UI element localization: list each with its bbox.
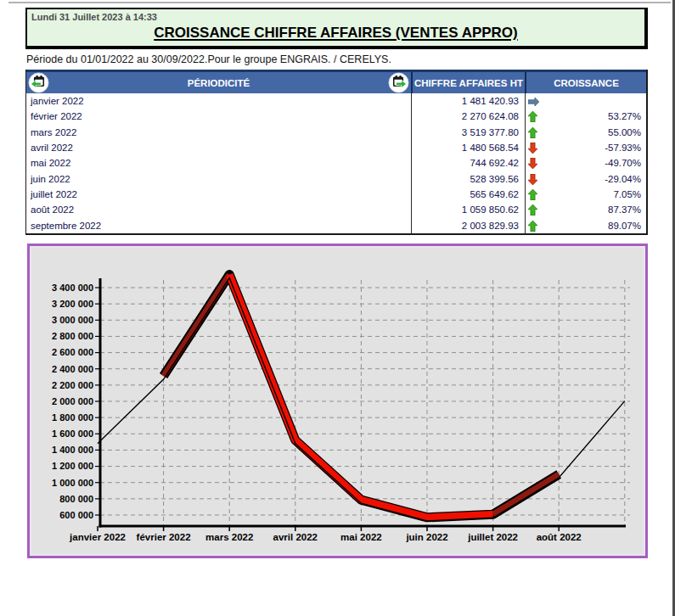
svg-text:juillet 2022: juillet 2022	[467, 532, 518, 542]
table-row[interactable]: septembre 20222 003 829.9389.07%	[26, 218, 646, 233]
growth-value: -29.04%	[537, 174, 646, 184]
period-cell: janvier 2022	[26, 96, 411, 106]
ca-ht-cell: 1 480 568.54	[411, 140, 525, 155]
period-cell: septembre 2022	[26, 221, 411, 231]
svg-text:800 000: 800 000	[59, 494, 93, 504]
trend-up-icon	[528, 189, 537, 200]
svg-text:1 400 000: 1 400 000	[52, 445, 93, 455]
trend-up-icon	[528, 127, 537, 138]
svg-text:mai 2022: mai 2022	[340, 532, 382, 542]
growth-value: 7.05%	[537, 189, 646, 199]
svg-text:1 000 000: 1 000 000	[52, 478, 93, 488]
svg-text:2 800 000: 2 800 000	[52, 331, 93, 341]
table-header-row: PÉRIODICITÉ CHIFFRE AFFAIRES HT CROISSAN…	[26, 70, 646, 93]
table-row[interactable]: juin 2022528 399.56-29.04%	[26, 171, 646, 187]
growth-chart: 600 000800 0001 000 0001 200 0001 400 00…	[31, 248, 644, 554]
svg-text:1 200 000: 1 200 000	[52, 461, 93, 471]
svg-text:août 2022: août 2022	[537, 532, 582, 542]
trend-flat-icon	[528, 98, 539, 106]
growth-value: -57.93%	[537, 143, 646, 153]
table-row[interactable]: mai 2022744 692.42-49.70%	[26, 155, 646, 171]
growth-cell: -57.93%	[525, 140, 646, 155]
growth-cell: 53.27%	[525, 109, 646, 124]
growth-table: PÉRIODICITÉ CHIFFRE AFFAIRES HT CROISSAN…	[25, 70, 648, 235]
period-cell: mars 2022	[26, 127, 411, 137]
svg-text:avril 2022: avril 2022	[273, 532, 318, 542]
trend-up-icon	[528, 111, 537, 122]
period-cell: mai 2022	[26, 158, 411, 168]
svg-text:février 2022: février 2022	[137, 532, 191, 542]
ca-ht-cell: 3 519 377.80	[411, 125, 525, 140]
report-timestamp: Lundi 31 Juillet 2023 à 14:33	[31, 12, 157, 22]
table-row[interactable]: août 20221 059 850.6287.37%	[26, 202, 646, 217]
growth-value: 55.00%	[537, 127, 646, 137]
period-cell: février 2022	[26, 111, 411, 121]
growth-chart-panel: 600 000800 0001 000 0001 200 0001 400 00…	[27, 244, 648, 558]
svg-text:3 000 000: 3 000 000	[52, 315, 93, 325]
svg-text:2 600 000: 2 600 000	[52, 347, 93, 357]
trend-down-icon	[528, 158, 537, 169]
growth-value: 87.37%	[537, 204, 646, 215]
table-row[interactable]: mars 20223 519 377.8055.00%	[26, 125, 646, 140]
svg-text:600 000: 600 000	[59, 510, 93, 520]
svg-text:janvier 2022: janvier 2022	[69, 532, 126, 542]
growth-cell: 55.00%	[525, 125, 646, 140]
svg-text:2 000 000: 2 000 000	[52, 396, 93, 406]
column-header-periodicite: PÉRIODICITÉ	[26, 72, 411, 93]
table-row[interactable]: février 20222 270 624.0853.27%	[26, 109, 646, 124]
svg-text:juin 2022: juin 2022	[405, 532, 447, 542]
ca-ht-cell: 744 692.42	[411, 155, 525, 171]
svg-text:3 200 000: 3 200 000	[52, 299, 93, 309]
previous-period-button[interactable]	[28, 72, 49, 93]
growth-value: 53.27%	[537, 111, 646, 121]
table-row[interactable]: avril 20221 480 568.54-57.93%	[26, 140, 646, 155]
ca-ht-cell: 528 399.56	[411, 171, 525, 187]
table-row[interactable]: juillet 2022565 649.627.05%	[26, 187, 646, 202]
calendar-next-icon	[388, 72, 409, 93]
trend-down-icon	[528, 143, 537, 154]
ca-ht-cell: 1 059 850.62	[411, 202, 525, 217]
trend-up-icon	[528, 221, 537, 232]
period-cell: août 2022	[26, 204, 411, 215]
growth-cell: 87.37%	[525, 202, 646, 217]
ca-ht-cell: 2 003 829.93	[411, 218, 525, 233]
trend-up-icon	[528, 204, 537, 216]
column-label-periodicite: PÉRIODICITÉ	[49, 78, 388, 88]
page-title: CROISSANCE CHIFFRE AFFAIRES (VENTES APPR…	[27, 25, 644, 42]
growth-cell: -29.04%	[525, 171, 646, 187]
growth-cell: 89.07%	[525, 218, 646, 233]
table-body: janvier 20221 481 420.93février 20222 27…	[26, 93, 646, 233]
window-top-border	[8, 2, 671, 3]
column-header-chiffre-affaires: CHIFFRE AFFAIRES HT	[411, 72, 525, 93]
growth-value: -49.70%	[537, 158, 646, 168]
ca-ht-cell: 565 649.62	[411, 187, 525, 202]
report-header: Lundi 31 Juillet 2023 à 14:33 CROISSANCE…	[25, 8, 648, 49]
period-cell: juin 2022	[26, 174, 411, 184]
calendar-prev-icon	[28, 72, 49, 93]
growth-cell: 7.05%	[525, 187, 646, 202]
column-header-croissance: CROISSANCE	[525, 72, 646, 93]
period-cell: avril 2022	[26, 143, 411, 153]
chart-plot-area: 600 000800 0001 000 0001 200 0001 400 00…	[31, 248, 644, 554]
ca-ht-cell: 1 481 420.93	[411, 93, 525, 109]
svg-text:2 400 000: 2 400 000	[52, 364, 93, 374]
growth-cell	[525, 93, 646, 109]
next-period-button[interactable]	[388, 72, 409, 93]
growth-cell: -49.70%	[525, 155, 646, 171]
growth-value: 89.07%	[537, 221, 646, 231]
period-summary: Période du 01/01/2022 au 30/09/2022.Pour…	[26, 53, 391, 65]
svg-text:1 800 000: 1 800 000	[52, 412, 93, 423]
table-row[interactable]: janvier 20221 481 420.93	[26, 93, 646, 109]
period-cell: juillet 2022	[26, 189, 411, 199]
svg-text:2 200 000: 2 200 000	[52, 380, 93, 390]
svg-text:3 400 000: 3 400 000	[52, 283, 93, 293]
svg-text:1 600 000: 1 600 000	[52, 428, 93, 439]
ca-ht-cell: 2 270 624.08	[411, 109, 525, 124]
trend-down-icon	[528, 174, 537, 185]
svg-text:mars 2022: mars 2022	[205, 532, 253, 542]
